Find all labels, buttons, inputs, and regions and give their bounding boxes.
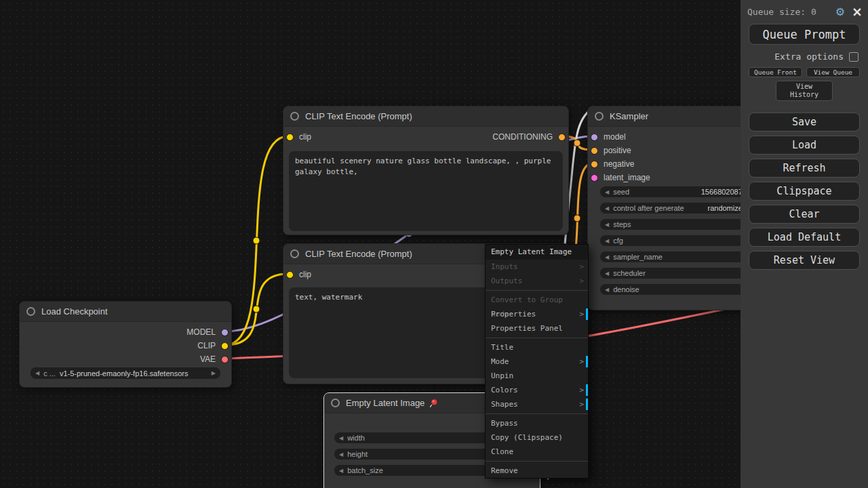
- collapse-dot-icon[interactable]: [290, 249, 299, 258]
- input-negative[interactable]: negative: [591, 159, 634, 169]
- vae-port-icon[interactable]: [221, 356, 229, 363]
- widget-ckpt-name[interactable]: ◀ c ... v1-5-pruned-emaonly-fp16.safeten…: [31, 367, 220, 379]
- input-model[interactable]: model: [591, 131, 626, 142]
- port-label: clip: [299, 270, 311, 279]
- widget-label: steps: [613, 220, 631, 228]
- output-clip[interactable]: CLIP: [197, 340, 229, 351]
- collapse-dot-icon[interactable]: [331, 399, 340, 407]
- widget-scheduler[interactable]: ◀ scheduler: [600, 268, 755, 279]
- clip-port-icon[interactable]: [286, 271, 294, 279]
- clipspace-button[interactable]: Clipspace: [749, 182, 860, 201]
- menu-item-unpin[interactable]: Unpin: [486, 369, 588, 383]
- arrow-left-icon[interactable]: ◀: [339, 435, 343, 441]
- node-load-checkpoint[interactable]: Load Checkpoint MODEL CLIP VAE ◀ c ... v…: [19, 301, 232, 388]
- port-label: clip: [299, 132, 311, 142]
- collapse-dot-icon[interactable]: [595, 112, 604, 121]
- submenu-arrow-icon: >: [579, 397, 584, 411]
- save-button[interactable]: Save: [749, 113, 860, 131]
- menu-separator: [486, 461, 588, 462]
- menu-item-properties-panel[interactable]: Properties Panel: [486, 321, 588, 336]
- input-latent-image[interactable]: latent_image: [591, 172, 650, 183]
- collapse-dot-icon[interactable]: [26, 307, 35, 316]
- output-model[interactable]: MODEL: [186, 327, 229, 338]
- widget-control-after-generate[interactable]: ◀ control after generate randomize ▶: [600, 203, 755, 214]
- extra-options-checkbox[interactable]: [849, 52, 859, 62]
- refresh-button[interactable]: Refresh: [749, 159, 860, 178]
- arrow-left-icon[interactable]: ◀: [339, 451, 343, 458]
- node-title: Empty Latent Image: [346, 398, 425, 408]
- menu-item-clone[interactable]: Clone: [486, 445, 588, 459]
- widget-label: batch_size: [347, 466, 383, 474]
- port-label: negative: [604, 159, 634, 169]
- view-history-button[interactable]: View History: [776, 81, 833, 101]
- submenu-arrow-icon: >: [579, 354, 584, 369]
- view-queue-button[interactable]: View Queue: [806, 67, 860, 77]
- load-button[interactable]: Load: [749, 136, 860, 155]
- menu-item-bypass[interactable]: Bypass: [486, 416, 588, 430]
- close-icon[interactable]: ×: [852, 5, 863, 18]
- widget-denoise[interactable]: ◀ denoise: [600, 284, 755, 295]
- collapse-dot-icon[interactable]: [290, 112, 299, 121]
- widget-cfg[interactable]: ◀ cfg: [600, 235, 755, 246]
- menu-item-copy-clipspace[interactable]: Copy (Clipspace): [486, 430, 588, 445]
- prompt-textarea[interactable]: beautiful scenery nature glass bottle la…: [289, 151, 563, 231]
- widget-value: v1-5-pruned-emaonly-fp16.safetensors: [60, 369, 192, 378]
- settings-gear-icon[interactable]: ⚙: [835, 5, 845, 18]
- arrow-left-icon[interactable]: ◀: [605, 189, 609, 195]
- arrow-left-icon[interactable]: ◀: [605, 287, 609, 293]
- arrow-left-icon[interactable]: ◀: [605, 254, 609, 260]
- model-port-icon[interactable]: [591, 134, 598, 141]
- submenu-arrow-icon: >: [579, 274, 584, 288]
- conditioning-port-icon[interactable]: [591, 147, 598, 155]
- conditioning-port-icon[interactable]: [558, 134, 566, 141]
- arrow-left-icon[interactable]: ◀: [605, 205, 609, 211]
- arrow-left-icon[interactable]: ◀: [35, 370, 39, 376]
- node-title: CLIP Text Encode (Prompt): [305, 111, 412, 121]
- context-menu: Empty Latent Image Inputs> Outputs> Conv…: [485, 244, 589, 479]
- node-title: KSampler: [610, 111, 648, 121]
- widget-sampler-name[interactable]: ◀ sampler_name: [600, 251, 755, 262]
- pin-icon: [429, 399, 438, 408]
- arrow-left-icon[interactable]: ◀: [605, 222, 609, 228]
- input-clip[interactable]: clip: [286, 269, 311, 280]
- port-label: latent_image: [604, 173, 650, 182]
- widget-label: height: [347, 450, 368, 458]
- menu-item-colors[interactable]: Colors>: [486, 383, 588, 397]
- widget-seed[interactable]: ◀ seed 1566802087 ▶: [600, 186, 755, 197]
- queue-prompt-button[interactable]: Queue Prompt: [749, 24, 860, 45]
- node-title-bar[interactable]: CLIP Text Encode (Prompt): [283, 106, 568, 127]
- submenu-arrow-icon: >: [579, 307, 584, 321]
- clear-button[interactable]: Clear: [749, 205, 860, 224]
- reset-view-button[interactable]: Reset View: [749, 251, 860, 270]
- arrow-left-icon[interactable]: ◀: [605, 238, 609, 244]
- menu-item-shapes[interactable]: Shapes>: [486, 397, 588, 411]
- clip-port-icon[interactable]: [286, 134, 294, 141]
- load-default-button[interactable]: Load Default: [749, 228, 860, 247]
- widget-value: 1566802087: [701, 188, 746, 196]
- port-label: CLIP: [197, 341, 216, 350]
- menu-item-outputs: Outputs>: [486, 274, 588, 288]
- input-clip[interactable]: clip: [286, 131, 311, 142]
- input-positive[interactable]: positive: [591, 145, 631, 156]
- port-label: CONDITIONING: [492, 132, 553, 142]
- arrow-right-icon[interactable]: ▶: [212, 370, 216, 376]
- menu-item-properties[interactable]: Properties>: [486, 307, 588, 321]
- model-port-icon[interactable]: [221, 329, 229, 336]
- arrow-left-icon[interactable]: ◀: [605, 270, 609, 277]
- output-vae[interactable]: VAE: [200, 354, 229, 365]
- node-clip-text-encode-1[interactable]: CLIP Text Encode (Prompt) clip CONDITION…: [283, 106, 569, 235]
- conditioning-port-icon[interactable]: [591, 161, 598, 168]
- queue-front-button[interactable]: Queue Front: [749, 67, 802, 77]
- arrow-left-icon[interactable]: ◀: [339, 468, 343, 474]
- clip-port-icon[interactable]: [221, 342, 229, 350]
- menu-item-remove[interactable]: Remove: [486, 464, 588, 478]
- node-title-bar[interactable]: Load Checkpoint: [20, 302, 231, 322]
- widget-label: c ...: [43, 369, 56, 378]
- node-title: Load Checkpoint: [41, 306, 108, 317]
- output-conditioning[interactable]: CONDITIONING: [492, 131, 566, 142]
- menu-item-title[interactable]: Title: [486, 340, 588, 354]
- widget-steps[interactable]: ◀ steps: [600, 219, 755, 230]
- menu-separator: [486, 290, 588, 291]
- menu-item-mode[interactable]: Mode>: [486, 354, 588, 369]
- latent-port-icon[interactable]: [591, 174, 598, 182]
